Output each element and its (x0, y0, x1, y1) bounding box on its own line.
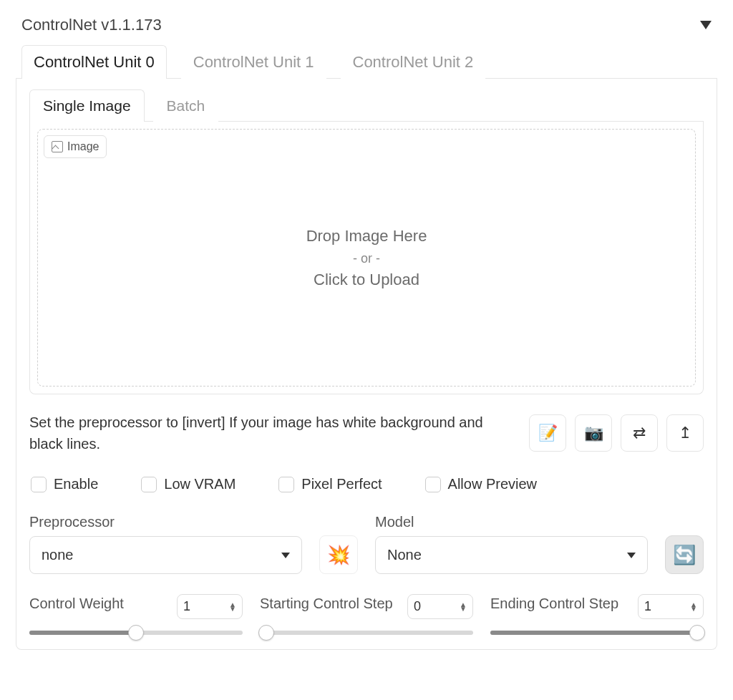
camera-icon: 📷 (584, 424, 603, 442)
collapse-caret-icon[interactable] (700, 21, 712, 29)
starting-step-value: 0 (414, 599, 421, 614)
pixelperfect-label: Pixel Perfect (301, 476, 382, 492)
unit-tabs: ControlNet Unit 0 ControlNet Unit 1 Cont… (16, 44, 717, 79)
allowpreview-label: Allow Preview (448, 476, 537, 492)
model-select[interactable]: None (375, 536, 648, 574)
model-value: None (387, 547, 422, 563)
ending-step-input[interactable]: 1 ▲▼ (638, 594, 704, 619)
preprocessor-label: Preprocessor (29, 514, 302, 530)
image-mode-tabs: Single Image Batch (29, 89, 704, 122)
stepper-icon[interactable]: ▲▼ (229, 603, 236, 611)
checkbox-icon (31, 477, 47, 492)
allowpreview-checkbox[interactable]: Allow Preview (425, 476, 537, 492)
enable-label: Enable (54, 476, 98, 492)
starting-step-input[interactable]: 0 ▲▼ (407, 594, 473, 619)
arrow-up-icon: ↥ (679, 424, 691, 442)
starting-step-slider[interactable] (260, 631, 473, 635)
notepad-button[interactable]: 📝 (529, 414, 566, 452)
starting-step-label: Starting Control Step (260, 594, 393, 613)
preprocessor-select[interactable]: none (29, 536, 302, 574)
explosion-icon: 💥 (327, 544, 350, 566)
checkbox-icon (141, 477, 157, 492)
control-weight-value: 1 (183, 599, 190, 614)
chevron-down-icon (627, 553, 636, 558)
enable-checkbox[interactable]: Enable (31, 476, 98, 492)
ending-step-label: Ending Control Step (490, 594, 618, 613)
slider-thumb[interactable] (258, 625, 274, 641)
image-dropzone[interactable]: Image Drop Image Here - or - Click to Up… (37, 129, 696, 387)
pixelperfect-checkbox[interactable]: Pixel Perfect (278, 476, 382, 492)
tab-unit-2[interactable]: ControlNet Unit 2 (341, 45, 486, 79)
control-weight-slider[interactable] (29, 631, 243, 635)
image-chip-label: Image (67, 140, 99, 153)
slider-thumb[interactable] (689, 625, 705, 641)
panel-title: ControlNet v1.1.173 (21, 16, 162, 34)
preprocessor-hint: Set the preprocessor to [invert] If your… (29, 412, 515, 454)
image-icon (52, 141, 63, 152)
tab-batch[interactable]: Batch (153, 89, 219, 122)
stepper-icon[interactable]: ▲▼ (690, 603, 697, 611)
model-label: Model (375, 514, 648, 530)
image-chip: Image (44, 135, 107, 158)
preprocessor-value: none (42, 547, 74, 563)
control-weight-label: Control Weight (29, 594, 124, 613)
notepad-icon: 📝 (538, 424, 558, 442)
slider-thumb[interactable] (128, 625, 144, 641)
tab-unit-1[interactable]: ControlNet Unit 1 (181, 45, 326, 79)
lowvram-checkbox[interactable]: Low VRAM (141, 476, 236, 492)
checkbox-icon (278, 477, 294, 492)
ending-step-slider[interactable] (490, 631, 704, 635)
swap-icon: ⇄ (633, 424, 646, 442)
stepper-icon[interactable]: ▲▼ (460, 603, 467, 611)
swap-button[interactable]: ⇄ (621, 414, 658, 452)
click-upload-text: Click to Upload (314, 271, 419, 289)
refresh-icon: 🔄 (673, 544, 696, 566)
tab-single-image[interactable]: Single Image (29, 89, 145, 122)
refresh-models-button[interactable]: 🔄 (665, 535, 704, 574)
chevron-down-icon (281, 553, 290, 558)
drop-text: Drop Image Here (306, 227, 427, 246)
camera-button[interactable]: 📷 (575, 414, 612, 452)
tab-unit-0[interactable]: ControlNet Unit 0 (21, 45, 167, 79)
run-preprocessor-button[interactable]: 💥 (319, 535, 358, 574)
lowvram-label: Low VRAM (164, 476, 236, 492)
ending-step-value: 1 (644, 599, 651, 614)
drop-or: - or - (353, 251, 380, 266)
checkbox-icon (425, 477, 441, 492)
control-weight-input[interactable]: 1 ▲▼ (177, 594, 243, 619)
send-up-button[interactable]: ↥ (666, 414, 704, 452)
